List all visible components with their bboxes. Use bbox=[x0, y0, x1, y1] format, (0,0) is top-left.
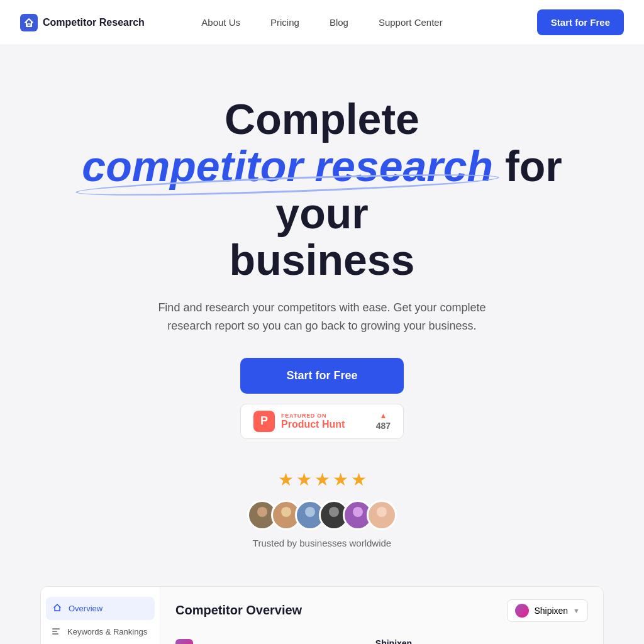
ph-number: 487 bbox=[376, 421, 391, 431]
overview-icon bbox=[52, 603, 62, 614]
star-3: ★ bbox=[314, 469, 330, 490]
svg-point-3 bbox=[277, 518, 295, 528]
star-4: ★ bbox=[333, 469, 348, 490]
avatar-6 bbox=[367, 500, 397, 530]
nav-cta-button[interactable]: Start for Free bbox=[537, 9, 624, 35]
nav-about[interactable]: About Us bbox=[201, 17, 240, 28]
competitor-row: Shipixen https://shipixen.com/ bbox=[175, 632, 588, 644]
star-5: ★ bbox=[351, 469, 367, 490]
ph-text: FEATURED ON Product Hunt bbox=[281, 413, 345, 430]
svg-point-10 bbox=[377, 507, 387, 517]
preview-main: Competitor Overview Shipixen ▼ Shipixen … bbox=[160, 587, 603, 644]
avatar-group bbox=[25, 500, 619, 530]
dropdown-icon bbox=[515, 604, 529, 618]
sidebar-label-overview: Overview bbox=[69, 604, 103, 613]
ph-name: Product Hunt bbox=[281, 419, 345, 430]
hero-subtitle: Find and research your competitors with … bbox=[146, 299, 498, 335]
hero-cta-button[interactable]: Start for Free bbox=[240, 358, 404, 394]
logo-icon bbox=[20, 14, 38, 31]
star-rating: ★ ★ ★ ★ ★ bbox=[25, 469, 619, 490]
svg-point-8 bbox=[353, 507, 363, 517]
sidebar-item-overview[interactable]: Overview bbox=[46, 597, 155, 620]
dropdown-label: Shipixen bbox=[534, 606, 568, 616]
preview-dropdown[interactable]: Shipixen ▼ bbox=[507, 599, 588, 622]
product-hunt-badge[interactable]: P FEATURED ON Product Hunt ▲ 487 bbox=[240, 404, 404, 439]
svg-rect-14 bbox=[52, 633, 58, 635]
nav-links: About Us Pricing Blog Support Center bbox=[201, 17, 442, 28]
preview-sidebar: Overview Keywords & Rankings bbox=[41, 587, 160, 644]
nav-blog[interactable]: Blog bbox=[330, 17, 348, 28]
svg-rect-12 bbox=[52, 628, 60, 630]
hero-title-part1: Complete bbox=[225, 95, 419, 143]
sidebar-label-keywords: Keywords & Rankings bbox=[67, 627, 147, 636]
nav-pricing[interactable]: Pricing bbox=[270, 17, 299, 28]
navigation: Competitor Research About Us Pricing Blo… bbox=[0, 0, 644, 45]
hero-section: Complete competitor research for yourbus… bbox=[0, 45, 644, 644]
ph-count: ▲ 487 bbox=[376, 411, 391, 431]
svg-point-7 bbox=[325, 518, 343, 528]
svg-point-6 bbox=[329, 507, 339, 517]
logo-text: Competitor Research bbox=[43, 17, 145, 28]
svg-point-11 bbox=[373, 518, 391, 528]
svg-point-0 bbox=[257, 507, 267, 517]
sidebar-item-keywords[interactable]: Keywords & Rankings bbox=[41, 620, 160, 643]
hero-title: Complete competitor research for yourbus… bbox=[77, 96, 567, 284]
preview-section: Overview Keywords & Rankings bbox=[40, 586, 604, 644]
svg-point-1 bbox=[253, 518, 271, 528]
keywords-icon bbox=[51, 626, 61, 637]
dropdown-chevron-icon: ▼ bbox=[573, 607, 580, 614]
ph-arrow-icon: ▲ bbox=[379, 411, 387, 420]
logo[interactable]: Competitor Research bbox=[20, 14, 145, 31]
svg-point-2 bbox=[281, 507, 291, 517]
preview-header: Competitor Overview Shipixen ▼ bbox=[175, 599, 588, 622]
competitor-icon bbox=[175, 639, 193, 644]
svg-point-5 bbox=[301, 518, 319, 528]
competitor-name: Shipixen bbox=[199, 638, 588, 644]
ph-icon: P bbox=[253, 411, 275, 432]
svg-point-4 bbox=[305, 507, 315, 517]
svg-rect-13 bbox=[52, 631, 57, 632]
nav-support[interactable]: Support Center bbox=[379, 17, 443, 28]
hero-title-highlight: competitor research bbox=[82, 143, 493, 190]
star-2: ★ bbox=[296, 469, 312, 490]
star-1: ★ bbox=[278, 469, 294, 490]
ph-featured-label: FEATURED ON bbox=[281, 413, 326, 419]
trust-text: Trusted by businesses worldwide bbox=[25, 538, 619, 548]
preview-main-title: Competitor Overview bbox=[175, 603, 302, 618]
svg-point-9 bbox=[349, 518, 367, 528]
competitor-info: Shipixen https://shipixen.com/ bbox=[199, 638, 588, 644]
